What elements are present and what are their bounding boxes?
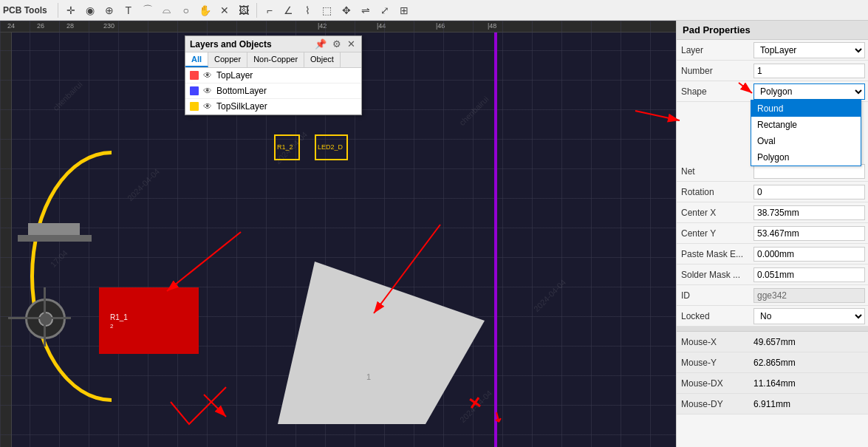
locked-value-container: No Yes <box>751 307 868 326</box>
toplayer-color <box>190 71 199 80</box>
layers-panel: Layers and Objects 📌 ⚙ ✕ All Copper Non-… <box>185 35 362 115</box>
purple-line <box>494 33 497 447</box>
tool-via[interactable]: ◉ <box>82 2 98 18</box>
ruler-mark-42: |42 <box>318 22 327 30</box>
center-y-value-container <box>751 225 868 242</box>
yellow-arc <box>30 151 193 402</box>
list-item-toplayer[interactable]: 👁 TopLayer <box>185 68 361 83</box>
mouse-dy-label: Mouse-DY <box>677 396 751 412</box>
toolbar-title: PCB Tools <box>3 5 47 16</box>
shape-option-round[interactable]: Round <box>751 100 861 117</box>
tool-cross[interactable]: ✕ <box>216 2 233 18</box>
layers-close-btn[interactable]: ✕ <box>346 38 357 50</box>
center-y-input[interactable] <box>753 226 865 241</box>
main-area: 24 26 28 230 |42 |44 |46 |48 chenbairui … <box>0 21 868 447</box>
ruler-mark-230: 230 <box>103 22 115 30</box>
list-item-bottomlayer[interactable]: 👁 BottomLayer <box>185 83 361 99</box>
tool-flip[interactable]: ⇌ <box>358 2 374 18</box>
toplayer-visibility[interactable]: 👁 <box>203 70 212 81</box>
circle-vline <box>44 287 46 347</box>
rotation-label: Rotation <box>677 184 751 200</box>
tool-rect-select[interactable]: ⬚ <box>319 2 335 18</box>
toolbar-separator-2 <box>256 3 257 18</box>
tool-angle[interactable]: ∠ <box>281 2 297 18</box>
tool-arc-center[interactable]: ⌓ <box>159 2 175 18</box>
svg-line-3 <box>167 232 241 291</box>
tool-stretch[interactable]: ⤢ <box>377 2 393 18</box>
layer-label: Layer <box>677 42 751 58</box>
tab-object[interactable]: Object <box>304 52 341 67</box>
tool-line[interactable]: ⌐ <box>262 2 278 18</box>
svg-text:1: 1 <box>366 372 371 381</box>
tool-select[interactable]: ✛ <box>63 2 79 18</box>
paste-mask-value-container <box>751 245 868 263</box>
layer-value-container: TopLayer <box>751 41 868 60</box>
mouse-x-label: Mouse-X <box>677 334 751 350</box>
tool-track[interactable]: ⌇ <box>300 2 316 18</box>
net-input[interactable] <box>753 164 865 179</box>
shape-label: Shape <box>677 83 751 100</box>
locked-row: Locked No Yes <box>677 306 868 327</box>
tab-copper[interactable]: Copper <box>208 52 247 67</box>
toolbar-separator-1 <box>58 3 58 18</box>
layer-select[interactable]: TopLayer <box>753 42 865 58</box>
ruler-mark-28: 28 <box>66 22 74 30</box>
solder-mask-input[interactable] <box>753 267 865 282</box>
svg-marker-0 <box>278 262 485 424</box>
number-row: Number <box>677 61 868 81</box>
mouse-x-value: 49.657mm <box>753 337 796 347</box>
center-y-row: Center Y <box>677 223 868 244</box>
mouse-x-value-container: 49.657mm <box>751 335 868 349</box>
paste-mask-row: Paste Mask E... <box>677 244 868 265</box>
component-r1-box: R1_2 <box>274 134 300 160</box>
mouse-y-label: Mouse-Y <box>677 355 751 371</box>
shape-option-polygon-dd[interactable]: Polygon <box>751 149 861 166</box>
tool-arc-start[interactable]: ⌒ <box>140 2 156 18</box>
paste-mask-input[interactable] <box>753 247 865 262</box>
tool-component[interactable]: ⊞ <box>396 2 412 18</box>
led2-d-label: LED2_D <box>318 143 343 151</box>
mouse-y-value-container: 62.865mm <box>751 356 868 369</box>
shape-row: Shape Polygon Round Rectangle Oval Polyg… <box>677 81 868 102</box>
shape-option-rectangle[interactable]: Rectangle <box>751 117 861 133</box>
mouse-x-row: Mouse-X 49.657mm <box>677 332 868 352</box>
tab-all[interactable]: All <box>185 52 208 67</box>
list-item-topsilklayer[interactable]: 👁 TopSilkLayer <box>185 99 361 115</box>
ruler-horizontal: 24 26 28 230 |42 |44 |46 |48 <box>0 21 676 33</box>
pcb-canvas[interactable]: 24 26 28 230 |42 |44 |46 |48 chenbairui … <box>0 21 676 447</box>
tab-non-copper[interactable]: Non-Copper <box>247 52 304 67</box>
layers-pin-btn[interactable]: 📌 <box>313 38 328 50</box>
shape-select[interactable]: Polygon <box>753 83 865 100</box>
number-input[interactable] <box>753 64 865 78</box>
topsilklayer-visibility[interactable]: 👁 <box>203 101 212 112</box>
tool-hand[interactable]: ✋ <box>197 2 213 18</box>
tool-pad[interactable]: ⊕ <box>101 2 117 18</box>
id-input <box>753 288 865 303</box>
toplayer-name: TopLayer <box>216 70 253 81</box>
bottomlayer-visibility[interactable]: 👁 <box>203 86 212 96</box>
rotation-value-container <box>751 183 868 201</box>
r1-1-label: R1_1 <box>110 313 128 321</box>
mouse-dx-row: Mouse-DX 11.164mm <box>677 373 868 394</box>
layers-settings-btn[interactable]: ⚙ <box>331 38 343 50</box>
topsilklayer-color <box>190 102 199 111</box>
ruler-mark-24: 24 <box>7 22 15 30</box>
tool-text[interactable]: T <box>120 2 137 18</box>
circle-hline <box>8 317 71 319</box>
center-x-input[interactable] <box>753 205 865 220</box>
ruler-mark-46: |46 <box>436 22 445 30</box>
layers-panel-title: Layers and Objects <box>190 39 272 50</box>
tool-move[interactable]: ✥ <box>338 2 355 18</box>
shape-dropdown: Round Rectangle Oval Polygon <box>751 100 861 166</box>
mouse-y-value: 62.865mm <box>753 358 796 368</box>
topsilklayer-name: TopSilkLayer <box>216 101 267 112</box>
center-x-value-container <box>751 204 868 222</box>
tool-circle[interactable]: ○ <box>178 2 194 18</box>
locked-select[interactable]: No Yes <box>753 308 865 324</box>
center-x-row: Center X <box>677 202 868 223</box>
rotation-input[interactable] <box>753 185 865 199</box>
tool-image[interactable]: 🖼 <box>236 2 252 18</box>
shape-option-oval[interactable]: Oval <box>751 133 861 149</box>
solder-mask-label: Solder Mask ... <box>677 267 751 283</box>
solder-mask-value-container <box>751 266 868 284</box>
